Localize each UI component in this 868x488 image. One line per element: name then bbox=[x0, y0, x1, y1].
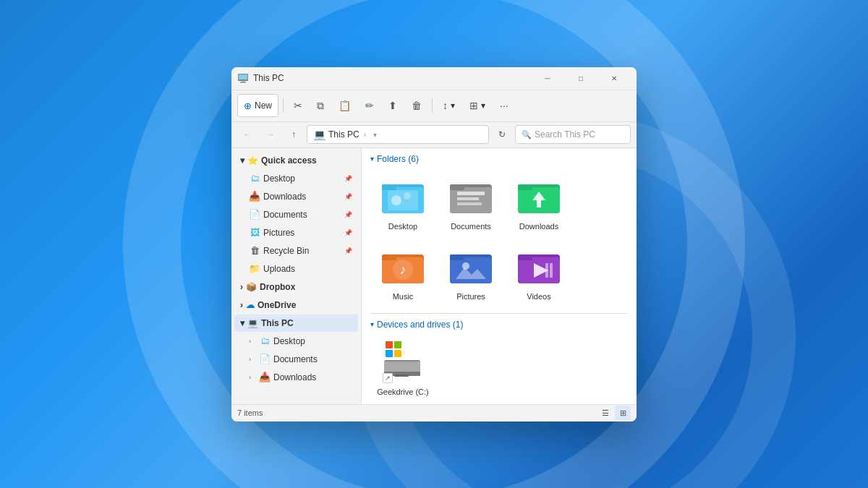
address-bar: ← → ↑ 💻 This PC › ▾ ↻ 🔍 Search This PC bbox=[231, 122, 637, 148]
documents-folder-item[interactable]: Documents bbox=[438, 170, 503, 237]
share-button[interactable]: ⬆ bbox=[383, 94, 403, 117]
c-drive-item[interactable]: ↗ Geekdrive (C:) bbox=[370, 335, 435, 403]
pin-icon-4: 📌 bbox=[344, 229, 352, 236]
new-button[interactable]: ⊕ New bbox=[237, 94, 278, 117]
svg-rect-15 bbox=[457, 202, 482, 205]
search-placeholder: Search This PC bbox=[535, 129, 595, 140]
svg-rect-33 bbox=[545, 263, 548, 278]
sidebar-item-this-pc-downloads[interactable]: › 📥 Downloads bbox=[234, 369, 358, 386]
uploads-folder-icon: 📁 bbox=[249, 263, 260, 274]
documents-folder-icon-img bbox=[449, 176, 493, 219]
dropbox-expand-icon: › bbox=[240, 282, 243, 292]
sidebar: ▾ ⭐ Quick access 🗂 Desktop 📌 📥 Downloads… bbox=[231, 148, 362, 404]
display-button[interactable]: ⊞ ▾ bbox=[464, 94, 491, 117]
svg-rect-26 bbox=[450, 257, 492, 283]
title-bar: This PC ─ □ ✕ bbox=[231, 67, 637, 90]
copy-icon: ⧉ bbox=[317, 100, 324, 112]
desktop-folder-item[interactable]: Desktop bbox=[370, 170, 435, 237]
file-view: ▾ Folders (6) bbox=[362, 148, 637, 404]
maximize-button[interactable]: □ bbox=[564, 67, 597, 90]
drives-chevron-icon: ▾ bbox=[370, 320, 374, 328]
this-pc-label: This PC bbox=[261, 318, 294, 328]
search-box[interactable]: 🔍 Search This PC bbox=[515, 125, 631, 144]
onedrive-icon: ☁ bbox=[246, 300, 255, 310]
dropbox-icon: 📦 bbox=[246, 282, 257, 292]
cut-icon: ✂ bbox=[294, 100, 302, 111]
music-folder-item[interactable]: ♪ Music bbox=[370, 240, 435, 307]
up-button[interactable]: ↑ bbox=[284, 124, 304, 145]
sidebar-item-this-pc[interactable]: ▾ 💻 This PC bbox=[234, 314, 358, 332]
window-title: This PC bbox=[253, 73, 531, 83]
main-content: ▾ ⭐ Quick access 🗂 Desktop 📌 📥 Downloads… bbox=[231, 148, 637, 404]
downloads-expand-icon: › bbox=[249, 374, 256, 381]
refresh-button[interactable]: ↻ bbox=[492, 124, 512, 145]
back-button[interactable]: ← bbox=[237, 124, 258, 145]
music-folder-label: Music bbox=[393, 292, 414, 301]
path-separator: › bbox=[364, 131, 366, 139]
downloads-folder-label: Downloads bbox=[519, 222, 558, 231]
drives-grid: ↗ Geekdrive (C:) bbox=[370, 335, 628, 403]
sidebar-item-pictures[interactable]: 🖼 Pictures 📌 bbox=[234, 224, 358, 241]
sidebar-item-desktop[interactable]: 🗂 Desktop 📌 bbox=[234, 170, 358, 187]
sidebar-item-dropbox[interactable]: › 📦 Dropbox bbox=[234, 278, 358, 296]
drives-section-header[interactable]: ▾ Devices and drives (1) bbox=[370, 320, 628, 330]
item-count: 7 items bbox=[237, 408, 263, 417]
onedrive-label: OneDrive bbox=[258, 300, 296, 310]
sidebar-item-quick-access[interactable]: ▾ ⭐ Quick access bbox=[234, 152, 358, 169]
desktop-folder-icon-img bbox=[381, 176, 425, 219]
svg-rect-2 bbox=[239, 74, 247, 80]
downloads-folder-item[interactable]: Downloads bbox=[506, 170, 571, 237]
svg-rect-14 bbox=[457, 197, 479, 200]
toolbar-separator-1 bbox=[283, 98, 284, 113]
window-icon bbox=[237, 72, 249, 84]
search-icon: 🔍 bbox=[522, 130, 532, 140]
sidebar-item-onedrive[interactable]: › ☁ OneDrive bbox=[234, 296, 358, 314]
paste-button[interactable]: 📋 bbox=[333, 94, 357, 117]
delete-button[interactable]: 🗑 bbox=[406, 94, 427, 117]
pin-icon-2: 📌 bbox=[344, 193, 352, 200]
folders-section-header[interactable]: ▾ Folders (6) bbox=[370, 154, 628, 164]
svg-rect-12 bbox=[450, 184, 464, 190]
pin-icon-3: 📌 bbox=[344, 211, 352, 218]
videos-folder-item[interactable]: Videos bbox=[506, 240, 571, 307]
svg-text:♪: ♪ bbox=[400, 262, 407, 277]
this-pc-documents-label: Documents bbox=[273, 354, 352, 364]
sidebar-item-recycle-bin[interactable]: 🗑 Recycle Bin 📌 bbox=[234, 242, 358, 260]
forward-button[interactable]: → bbox=[260, 124, 281, 145]
documents-expand-icon: › bbox=[249, 356, 256, 363]
drives-section-label: Devices and drives (1) bbox=[377, 320, 463, 330]
documents-folder-icon: 📄 bbox=[249, 209, 260, 220]
sidebar-item-this-pc-documents[interactable]: › 📄 Documents bbox=[234, 351, 358, 368]
address-path[interactable]: 💻 This PC › ▾ bbox=[307, 125, 489, 144]
sidebar-item-uploads[interactable]: 📁 Uploads bbox=[234, 260, 358, 278]
toolbar: ⊕ New ✂ ⧉ 📋 ✏ ⬆ 🗑 ↕ ▾ ⊞ ▾ ··· bbox=[231, 90, 637, 122]
folder-icon: 🗂 bbox=[249, 173, 260, 184]
pictures-folder-icon-img bbox=[449, 246, 493, 289]
svg-rect-18 bbox=[518, 184, 532, 190]
address-path-text: This PC bbox=[328, 129, 359, 140]
copy-button[interactable]: ⧉ bbox=[311, 94, 330, 117]
sidebar-item-this-pc-desktop[interactable]: › 🗂 Desktop bbox=[234, 333, 358, 350]
more-button[interactable]: ··· bbox=[494, 94, 514, 117]
folders-section-label: Folders (6) bbox=[377, 154, 419, 164]
pictures-folder-item[interactable]: Pictures bbox=[438, 240, 503, 307]
svg-point-9 bbox=[404, 192, 411, 200]
sidebar-item-documents[interactable]: 📄 Documents 📌 bbox=[234, 206, 358, 223]
list-view-button[interactable]: ☰ bbox=[597, 406, 613, 420]
view-icons: ☰ ⊞ bbox=[597, 406, 631, 420]
paste-icon: 📋 bbox=[339, 100, 351, 111]
videos-folder-label: Videos bbox=[527, 292, 550, 301]
svg-rect-13 bbox=[457, 192, 485, 195]
grid-view-button[interactable]: ⊞ bbox=[615, 406, 631, 420]
documents-label: Documents bbox=[263, 210, 341, 220]
rename-button[interactable]: ✏ bbox=[359, 94, 380, 117]
close-button[interactable]: ✕ bbox=[597, 67, 631, 90]
this-pc-icon: 💻 bbox=[247, 318, 258, 328]
cut-button[interactable]: ✂ bbox=[288, 94, 308, 117]
delete-icon: 🗑 bbox=[412, 100, 422, 111]
svg-rect-22 bbox=[382, 254, 396, 260]
sidebar-item-downloads[interactable]: 📥 Downloads 📌 bbox=[234, 188, 358, 205]
sort-button[interactable]: ↕ ▾ bbox=[437, 94, 461, 117]
minimize-button[interactable]: ─ bbox=[531, 67, 564, 90]
svg-rect-3 bbox=[242, 81, 244, 82]
